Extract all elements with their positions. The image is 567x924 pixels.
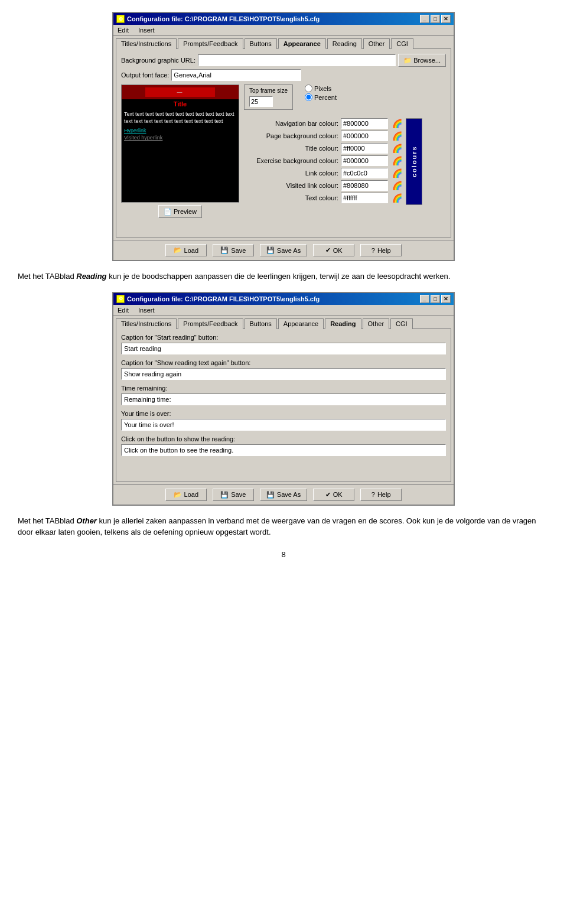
tab-other-2[interactable]: Other (363, 318, 390, 329)
preview-hyperlink: Hyperlink (122, 127, 239, 134)
minimize-btn-2[interactable]: _ (420, 295, 429, 303)
save-as-label-1: Save As (277, 247, 301, 254)
save-as-button-2[interactable]: 💾 Save As (260, 489, 307, 501)
load-icon-2: 📂 (174, 491, 182, 499)
tab-titles-1[interactable]: Titles/Instructions (116, 38, 177, 49)
load-icon-1: 📂 (174, 246, 182, 254)
colour-label-1: Page background colour: (244, 132, 338, 139)
tab-buttons-1[interactable]: Buttons (245, 38, 277, 49)
reading-input-3[interactable] (121, 419, 446, 431)
percent-radio[interactable] (305, 93, 312, 101)
browse-button[interactable]: 📁 Browse... (398, 54, 446, 67)
tab-reading-1[interactable]: Reading (327, 38, 362, 49)
reading-field-3: Your time is over: (121, 410, 446, 431)
colour-input-1[interactable] (341, 131, 388, 141)
ok-icon-1: ✔ (325, 246, 331, 254)
menu-insert-1[interactable]: Insert (136, 26, 157, 34)
save-as-button-1[interactable]: 💾 Save As (260, 244, 307, 256)
rainbow-icon-6[interactable]: 🌈 (390, 193, 403, 203)
colours-sidebar: colours (406, 118, 422, 205)
rainbow-icon-0[interactable]: 🌈 (390, 118, 403, 129)
preview-box: — Title Text text text text text text te… (121, 84, 239, 203)
reading-field-1: Caption for "Show reading text again" bu… (121, 359, 446, 380)
help-icon-2: ? (372, 491, 375, 498)
rainbow-icon-3[interactable]: 🌈 (390, 155, 403, 166)
save-as-icon-1: 💾 (266, 246, 275, 254)
colour-input-2[interactable] (341, 143, 388, 154)
preview-area: — Title Text text text text text text te… (121, 84, 446, 218)
body-text-1-prefix: Met het TABblad (18, 272, 76, 281)
help-icon-1: ? (372, 247, 375, 254)
colour-row-4: Link colour: 🌈 (244, 168, 403, 178)
menu-edit-1[interactable]: Edit (116, 26, 131, 34)
load-button-2[interactable]: 📂 Load (165, 489, 207, 501)
maximize-btn-1[interactable]: □ (431, 15, 440, 23)
preview-label: Preview (174, 208, 197, 215)
pixels-radio[interactable] (305, 84, 312, 92)
rainbow-icon-5[interactable]: 🌈 (390, 180, 403, 191)
maximize-btn-2[interactable]: □ (431, 295, 440, 303)
colour-label-2: Title colour: (244, 145, 338, 152)
colour-input-5[interactable] (341, 180, 388, 191)
ok-button-2[interactable]: ✔ OK (313, 489, 354, 501)
tab-appearance-2[interactable]: Appearance (278, 318, 324, 329)
help-button-1[interactable]: ? Help (360, 244, 402, 256)
rainbow-icon-2[interactable]: 🌈 (390, 143, 403, 154)
font-input[interactable] (171, 69, 301, 81)
tab-cgi-2[interactable]: CGI (390, 318, 413, 329)
close-btn-1[interactable]: ✕ (441, 15, 451, 23)
help-label-2: Help (377, 491, 391, 498)
pixels-radio-row: Pixels (305, 84, 337, 92)
tab-content-2: Caption for "Start reading" button: Capt… (116, 328, 451, 482)
help-button-2[interactable]: ? Help (360, 489, 402, 501)
reading-input-4[interactable] (121, 444, 446, 456)
preview-visited: Visited hyperlink (122, 134, 239, 141)
window1: ⚙ Configuration file: C:\PROGRAM FILES\H… (112, 12, 455, 261)
rainbow-icon-1[interactable]: 🌈 (390, 131, 403, 141)
ok-label-1: OK (333, 247, 343, 254)
reading-field-4: Click on the button to show the reading: (121, 435, 446, 456)
colour-input-0[interactable] (341, 118, 388, 129)
body-text-2-middle: kun je allerlei zaken aanpassen in verba… (97, 516, 404, 525)
ok-label-2: OK (333, 491, 343, 498)
reading-input-0[interactable] (121, 343, 446, 354)
tab-buttons-2[interactable]: Buttons (245, 318, 277, 329)
minimize-btn-1[interactable]: _ (420, 15, 429, 23)
window-title-1: Configuration file: C:\PROGRAM FILES\HOT… (127, 15, 320, 22)
menu-edit-2[interactable]: Edit (116, 306, 131, 314)
tab-prompts-1[interactable]: Prompts/Feedback (178, 38, 243, 49)
reading-input-1[interactable] (121, 368, 446, 380)
bg-url-input[interactable] (198, 54, 396, 66)
close-btn-2[interactable]: ✕ (441, 295, 451, 303)
tab-reading-2[interactable]: Reading (325, 318, 361, 329)
tab-prompts-2[interactable]: Prompts/Feedback (178, 318, 243, 329)
page-number: 8 (12, 550, 555, 559)
colour-input-6[interactable] (341, 193, 388, 203)
rainbow-icon-4[interactable]: 🌈 (390, 168, 403, 178)
save-as-label-2: Save As (277, 491, 301, 498)
tab-appearance-1[interactable]: Appearance (278, 38, 326, 49)
window2-container: ⚙ Configuration file: C:\PROGRAM FILES\H… (112, 292, 455, 506)
tab-other-1[interactable]: Other (363, 38, 390, 49)
tab-titles-2[interactable]: Titles/Instructions (116, 318, 177, 329)
load-label-2: Load (184, 491, 198, 498)
colour-input-3[interactable] (341, 155, 388, 166)
tab-cgi-1[interactable]: CGI (391, 38, 413, 49)
save-button-2[interactable]: 💾 Save (213, 489, 254, 501)
save-button-1[interactable]: 💾 Save (213, 244, 254, 256)
reading-label-0: Caption for "Start reading" button: (121, 334, 446, 341)
preview-button[interactable]: 📄 Preview (158, 205, 202, 218)
save-icon-2: 💾 (220, 491, 229, 499)
window2: ⚙ Configuration file: C:\PROGRAM FILES\H… (112, 292, 455, 506)
load-button-1[interactable]: 📂 Load (165, 244, 207, 256)
menu-insert-2[interactable]: Insert (136, 306, 157, 314)
frame-size-input[interactable] (249, 96, 273, 107)
menu-bar-2: Edit Insert (113, 305, 454, 316)
colour-label-0: Navigation bar colour: (244, 120, 338, 127)
window-title-2: Configuration file: C:\PROGRAM FILES\HOT… (127, 295, 320, 302)
radio-group: Pixels Percent (305, 84, 337, 101)
colour-label-4: Link colour: (244, 170, 338, 177)
reading-input-2[interactable] (121, 393, 446, 405)
colour-input-4[interactable] (341, 168, 388, 178)
ok-button-1[interactable]: ✔ OK (313, 244, 354, 256)
